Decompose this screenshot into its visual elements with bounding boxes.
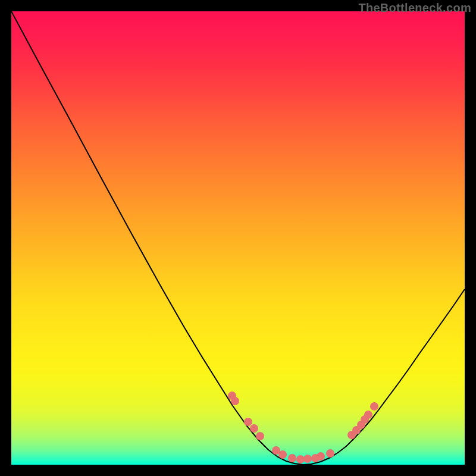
watermark-text: TheBottleneck.com (358, 1, 471, 15)
curve-data-point (278, 450, 287, 459)
curve-data-point (303, 455, 312, 463)
chart-frame (11, 11, 465, 465)
curve-data-point (296, 455, 305, 464)
curve-data-point (231, 397, 239, 405)
curve-data-point (256, 432, 264, 440)
curve-data-point (326, 449, 334, 458)
curve-data-point (317, 452, 325, 461)
curve-data-points (228, 392, 378, 464)
bottleneck-curve-line (11, 11, 465, 465)
curve-data-point (288, 454, 296, 462)
curve-data-point (370, 402, 378, 411)
curve-data-point (250, 424, 258, 433)
curve-data-point (244, 418, 252, 426)
bottleneck-curve-plot (11, 11, 465, 465)
curve-data-point (364, 411, 372, 419)
